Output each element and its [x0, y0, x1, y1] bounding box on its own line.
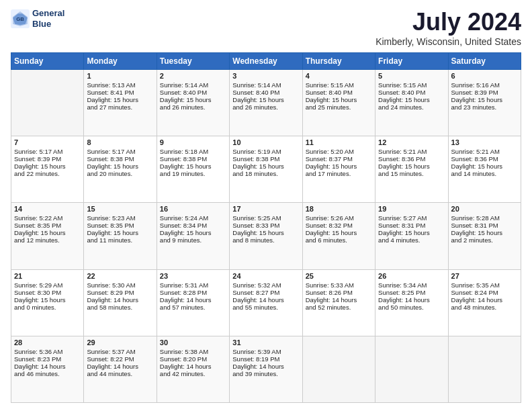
cell-info-line: and 15 minutes. — [378, 170, 445, 177]
cell-info-line: Sunset: 8:38 PM — [232, 155, 299, 163]
calendar-cell: 16Sunrise: 5:24 AMSunset: 8:34 PMDayligh… — [157, 203, 229, 269]
day-number: 25 — [306, 272, 372, 280]
cell-info-line: Sunrise: 5:18 AM — [160, 148, 226, 155]
cell-info-line: and 14 minutes. — [451, 170, 518, 177]
calendar-cell: 18Sunrise: 5:26 AMSunset: 8:32 PMDayligh… — [302, 203, 375, 269]
calendar-cell: 12Sunrise: 5:21 AMSunset: 8:36 PMDayligh… — [375, 136, 448, 203]
calendar-day-header: Wednesday — [230, 53, 302, 70]
cell-info-line: and 19 minutes. — [160, 170, 226, 177]
cell-info-line: Daylight: 15 hours — [378, 229, 445, 236]
cell-info-line: Sunrise: 5:38 AM — [160, 348, 226, 355]
cell-info-line: Sunrise: 5:28 AM — [451, 214, 518, 222]
day-number: 30 — [160, 338, 226, 347]
cell-info-line: and 57 minutes. — [160, 304, 226, 311]
day-number: 14 — [14, 205, 81, 213]
cell-info-line: and 27 minutes. — [87, 103, 153, 111]
cell-info-line: and 0 minutes. — [14, 304, 81, 311]
cell-info-line: Daylight: 14 hours — [160, 296, 226, 304]
cell-info-line: Sunrise: 5:14 AM — [232, 81, 299, 89]
cell-info-line: Daylight: 14 hours — [87, 363, 153, 370]
cell-info-line: Sunset: 8:23 PM — [14, 355, 81, 363]
cell-info-line: Daylight: 14 hours — [14, 363, 81, 370]
calendar-cell: 11Sunrise: 5:20 AMSunset: 8:37 PMDayligh… — [302, 136, 375, 203]
cell-info-line: Sunset: 8:24 PM — [451, 289, 518, 296]
cell-info-line: and 18 minutes. — [232, 170, 299, 177]
calendar-cell: 23Sunrise: 5:31 AMSunset: 8:28 PMDayligh… — [157, 269, 229, 336]
subtitle: Kimberly, Wisconsin, United States — [375, 36, 521, 47]
cell-info-line: Sunrise: 5:35 AM — [451, 281, 518, 289]
cell-info-line: Sunrise: 5:16 AM — [451, 81, 518, 89]
cell-info-line: Sunset: 8:38 PM — [87, 155, 153, 163]
svg-text:GB: GB — [16, 16, 24, 22]
calendar-cell: 2Sunrise: 5:14 AMSunset: 8:40 PMDaylight… — [157, 70, 229, 136]
calendar-cell: 15Sunrise: 5:23 AMSunset: 8:35 PMDayligh… — [84, 203, 157, 269]
cell-info-line: Daylight: 15 hours — [14, 229, 81, 236]
cell-info-line: Sunrise: 5:39 AM — [232, 348, 299, 355]
cell-info-line: and 25 minutes. — [306, 103, 372, 111]
calendar-cell: 14Sunrise: 5:22 AMSunset: 8:35 PMDayligh… — [11, 203, 84, 269]
cell-info-line: and 20 minutes. — [87, 170, 153, 177]
calendar-cell: 3Sunrise: 5:14 AMSunset: 8:40 PMDaylight… — [230, 70, 302, 136]
cell-info-line: Sunset: 8:26 PM — [306, 289, 372, 296]
cell-info-line: Sunset: 8:34 PM — [160, 222, 226, 229]
cell-info-line: Sunset: 8:40 PM — [160, 89, 226, 96]
calendar-cell: 22Sunrise: 5:30 AMSunset: 8:29 PMDayligh… — [84, 269, 157, 336]
calendar-day-header: Friday — [375, 53, 448, 70]
cell-info-line: Sunrise: 5:27 AM — [378, 214, 445, 222]
logo-text: General Blue — [32, 8, 64, 29]
cell-info-line: Sunset: 8:29 PM — [87, 289, 153, 296]
calendar-table: SundayMondayTuesdayWednesdayThursdayFrid… — [11, 52, 521, 403]
calendar-cell: 21Sunrise: 5:29 AMSunset: 8:30 PMDayligh… — [11, 269, 84, 336]
calendar-week-row: 7Sunrise: 5:17 AMSunset: 8:39 PMDaylight… — [11, 136, 521, 203]
cell-info-line: Daylight: 15 hours — [87, 229, 153, 236]
cell-info-line: Daylight: 15 hours — [378, 163, 445, 170]
day-number: 8 — [87, 138, 153, 146]
cell-info-line: Daylight: 15 hours — [306, 229, 372, 236]
cell-info-line: Sunset: 8:19 PM — [232, 355, 299, 363]
day-number: 6 — [451, 72, 518, 80]
calendar-week-row: 1Sunrise: 5:13 AMSunset: 8:41 PMDaylight… — [11, 70, 521, 136]
calendar-cell: 13Sunrise: 5:21 AMSunset: 8:36 PMDayligh… — [448, 136, 521, 203]
day-number: 16 — [160, 205, 226, 213]
cell-info-line: Daylight: 14 hours — [306, 296, 372, 304]
day-number: 13 — [451, 138, 518, 146]
day-number: 28 — [14, 338, 81, 347]
calendar-cell — [448, 336, 521, 402]
day-number: 12 — [378, 138, 445, 146]
cell-info-line: Daylight: 15 hours — [14, 296, 81, 304]
cell-info-line: Sunset: 8:39 PM — [14, 155, 81, 163]
cell-info-line: Sunrise: 5:25 AM — [232, 214, 299, 222]
cell-info-line: Sunset: 8:39 PM — [451, 89, 518, 96]
calendar-cell: 1Sunrise: 5:13 AMSunset: 8:41 PMDaylight… — [84, 70, 157, 136]
cell-info-line: Sunrise: 5:14 AM — [160, 81, 226, 89]
cell-info-line: and 42 minutes. — [160, 370, 226, 377]
day-number: 3 — [232, 72, 299, 80]
calendar-cell — [11, 70, 84, 136]
cell-info-line: Sunrise: 5:24 AM — [160, 214, 226, 222]
cell-info-line: Sunrise: 5:37 AM — [87, 348, 153, 355]
cell-info-line: Sunrise: 5:21 AM — [451, 148, 518, 155]
cell-info-line: and 52 minutes. — [306, 304, 372, 311]
cell-info-line: Daylight: 15 hours — [232, 163, 299, 170]
cell-info-line: Sunset: 8:35 PM — [14, 222, 81, 229]
cell-info-line: Sunset: 8:31 PM — [378, 222, 445, 229]
calendar-cell: 17Sunrise: 5:25 AMSunset: 8:33 PMDayligh… — [230, 203, 302, 269]
day-number: 29 — [87, 338, 153, 347]
cell-info-line: Daylight: 15 hours — [87, 163, 153, 170]
cell-info-line: Sunrise: 5:36 AM — [14, 348, 81, 355]
cell-info-line: and 12 minutes. — [14, 236, 81, 244]
cell-info-line: and 6 minutes. — [306, 236, 372, 244]
cell-info-line: and 39 minutes. — [232, 370, 299, 377]
cell-info-line: and 55 minutes. — [232, 304, 299, 311]
calendar-day-header: Sunday — [11, 53, 84, 70]
cell-info-line: Sunrise: 5:29 AM — [14, 281, 81, 289]
calendar-cell: 31Sunrise: 5:39 AMSunset: 8:19 PMDayligh… — [230, 336, 302, 402]
day-number: 26 — [378, 272, 445, 280]
day-number: 11 — [306, 138, 372, 146]
day-number: 31 — [232, 338, 299, 347]
cell-info-line: Sunset: 8:32 PM — [306, 222, 372, 229]
cell-info-line: Sunset: 8:25 PM — [378, 289, 445, 296]
cell-info-line: Daylight: 15 hours — [160, 96, 226, 103]
cell-info-line: Sunrise: 5:31 AM — [160, 281, 226, 289]
cell-info-line: Sunset: 8:41 PM — [87, 89, 153, 96]
